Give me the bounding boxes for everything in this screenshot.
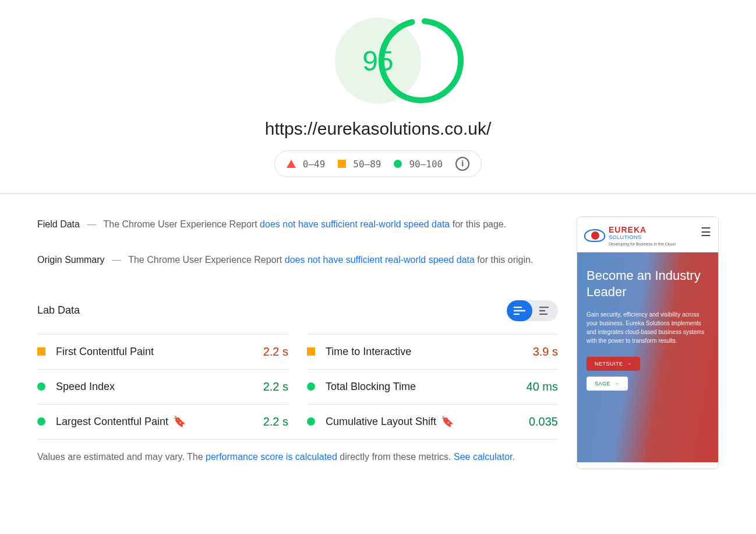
metric-si[interactable]: Speed Index 2.2 s <box>37 369 288 404</box>
cloud-icon <box>584 229 605 242</box>
metric-tbt[interactable]: Total Blocking Time 40 ms <box>307 369 558 404</box>
origin-summary-link[interactable]: does not have sufficient real-world spee… <box>285 255 475 265</box>
preview-btn-netsuite: NETSUITE→ <box>587 357 640 371</box>
metric-cls[interactable]: Cumulative Layout Shift🔖 0.035 <box>307 404 558 439</box>
page-url: https://eurekasolutions.co.uk/ <box>0 119 756 139</box>
metric-label: Largest Contentful Paint🔖 <box>56 415 263 428</box>
circle-icon <box>37 417 45 426</box>
preview-desc: Gain security, efficiency and visibility… <box>587 310 709 345</box>
metric-label: First Contentful Paint <box>56 346 263 358</box>
metric-value: 2.2 s <box>263 415 288 428</box>
circle-icon <box>37 382 45 391</box>
see-calc-link[interactable]: See calculator. <box>454 452 515 462</box>
triangle-icon <box>287 160 296 168</box>
metric-value: 3.9 s <box>533 345 558 359</box>
metrics-col-left: First Contentful Paint 2.2 s Speed Index… <box>37 334 288 439</box>
preview-btn-sage: SAGE→ <box>587 377 628 391</box>
metric-label: Cumulative Layout Shift🔖 <box>326 415 529 428</box>
score-gauge: 95 <box>335 17 421 104</box>
legend-poor: 0–49 <box>287 159 326 170</box>
calc-link[interactable]: performance score is calculated <box>206 452 337 462</box>
legend-good: 90–100 <box>394 159 443 170</box>
square-icon <box>37 347 45 356</box>
view-toggle-compact[interactable] <box>532 300 558 321</box>
bookmark-icon: 🔖 <box>173 415 186 428</box>
metric-value: 2.2 s <box>263 345 288 359</box>
legend-avg: 50–89 <box>338 159 381 170</box>
preview-logo: EUREKA SOLUTIONS Developing for Business… <box>584 225 676 246</box>
metric-label: Time to Interactive <box>326 346 533 358</box>
view-toggle-detail[interactable] <box>507 300 532 321</box>
page-preview: EUREKA SOLUTIONS Developing for Business… <box>577 216 719 469</box>
metric-fcp[interactable]: First Contentful Paint 2.2 s <box>37 334 288 369</box>
score-section: 95 https://eurekasolutions.co.uk/ 0–49 5… <box>0 0 756 194</box>
footer-disclaimer: Values are estimated and may vary. The p… <box>37 439 558 474</box>
metric-value: 40 ms <box>527 380 558 394</box>
origin-summary-title: Origin Summary <box>37 255 105 265</box>
field-data-link[interactable]: does not have sufficient real-world spee… <box>260 219 450 229</box>
hamburger-icon: ☰ <box>701 225 711 239</box>
square-icon <box>338 160 346 168</box>
field-data-section: Field Data — The Chrome User Experience … <box>37 216 558 233</box>
view-toggle <box>507 300 558 321</box>
circle-icon <box>394 160 402 168</box>
score-legend: 0–49 50–89 90–100 <box>274 150 482 177</box>
metric-label: Total Blocking Time <box>326 381 527 393</box>
metric-tti[interactable]: Time to Interactive 3.9 s <box>307 334 558 369</box>
metric-label: Speed Index <box>56 381 263 393</box>
origin-summary-section: Origin Summary — The Chrome User Experie… <box>37 252 558 269</box>
circle-icon <box>307 382 315 391</box>
field-data-title: Field Data <box>37 219 80 229</box>
metrics-col-right: Time to Interactive 3.9 s Total Blocking… <box>307 334 558 439</box>
lab-data-title: Lab Data <box>37 304 80 317</box>
metric-value: 0.035 <box>529 415 558 428</box>
circle-icon <box>307 417 315 426</box>
score-value: 95 <box>362 45 393 77</box>
info-icon[interactable] <box>455 157 469 171</box>
bookmark-icon: 🔖 <box>441 415 454 428</box>
preview-title: Become an Industry Leader <box>587 268 709 300</box>
metric-value: 2.2 s <box>263 380 288 394</box>
square-icon <box>307 347 315 356</box>
metric-lcp[interactable]: Largest Contentful Paint🔖 2.2 s <box>37 404 288 439</box>
